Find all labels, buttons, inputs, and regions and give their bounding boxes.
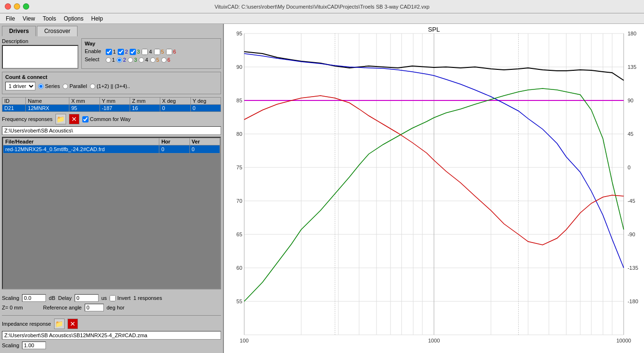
svg-text:100: 100: [240, 338, 249, 343]
series-radio[interactable]: [38, 84, 44, 89]
driver-row[interactable]: D21 12MNRX 95 -187 16 0 0: [2, 105, 221, 112]
impedance-label: Impedance response: [2, 321, 51, 327]
driver-x: 95: [69, 105, 100, 112]
title-bar: VituixCAD: C:\users\robert\My Documents\…: [0, 0, 644, 13]
col-xdeg: X deg: [160, 98, 190, 105]
way-num-3: 3: [137, 49, 140, 55]
file-ver: 0: [189, 145, 220, 154]
way-sel-num-2: 2: [123, 57, 126, 63]
way-enable-3: 3: [130, 49, 140, 55]
way-select-1: 1: [106, 57, 115, 63]
us-unit: us: [101, 295, 107, 301]
count-row: 1 driver Series Parallel (1+2) || (3+4).…: [5, 82, 218, 90]
imp-scaling-input[interactable]: [22, 342, 46, 349]
svg-text:85: 85: [236, 98, 242, 103]
freq-folder-button[interactable]: 📁: [56, 114, 66, 124]
select-radio-6[interactable]: [161, 57, 167, 63]
way-select-row: Select 1 2 3 4: [85, 56, 218, 63]
common-way-checkbox[interactable]: [82, 116, 89, 122]
impedance-row: Impedance response 📁 ✕: [2, 319, 221, 329]
enable-check-4[interactable]: [142, 49, 148, 55]
minimize-button[interactable]: [14, 3, 20, 10]
tab-drivers[interactable]: Drivers: [2, 26, 36, 36]
z-ref-row: Z= 0 mm Reference angle deg hor: [2, 304, 221, 311]
right-panel: SPL: [224, 24, 644, 353]
menu-tools[interactable]: Tools: [39, 14, 60, 23]
imp-delete-button[interactable]: ✕: [67, 319, 78, 329]
main-container: Drivers Crossover Description Way Enable…: [0, 24, 644, 353]
driver-z: 16: [130, 105, 160, 112]
way-select-6: 6: [161, 57, 170, 63]
freq-responses-label: Frequency responses: [2, 116, 53, 122]
way-sel-num-4: 4: [145, 57, 148, 63]
close-button[interactable]: [5, 3, 11, 10]
svg-text:45: 45: [628, 131, 633, 137]
parallel-radio[interactable]: [63, 84, 68, 89]
combo-radio[interactable]: [90, 84, 95, 89]
svg-text:0: 0: [628, 165, 631, 170]
freq-delete-button[interactable]: ✕: [69, 114, 79, 124]
enable-check-2[interactable]: [118, 49, 124, 55]
enable-check-5[interactable]: [154, 49, 160, 55]
combo-label: (1+2) || (3+4)..: [97, 83, 130, 89]
invert-checkbox[interactable]: [110, 295, 116, 301]
file-table-container: File/Header Hor Ver red-12MNRX25-4_0.5mt…: [2, 137, 221, 289]
svg-text:10000: 10000: [616, 338, 631, 343]
common-way-checkbox-label: Common for Way: [82, 116, 131, 122]
svg-text:135: 135: [628, 64, 637, 70]
col-z: Z mm: [130, 98, 160, 105]
way-sel-num-6: 6: [167, 57, 170, 63]
svg-text:180: 180: [628, 31, 637, 36]
svg-text:90: 90: [236, 64, 242, 70]
way-select-4: 4: [139, 57, 148, 63]
scaling-label: Scaling: [2, 295, 19, 301]
file-table: File/Header Hor Ver red-12MNRX25-4_0.5mt…: [3, 138, 220, 154]
combo-radio-label: (1+2) || (3+4)..: [90, 83, 130, 89]
way-num-1: 1: [113, 49, 116, 55]
way-num-4: 4: [149, 49, 152, 55]
menu-help[interactable]: Help: [88, 14, 107, 23]
ref-angle-input[interactable]: [85, 304, 104, 311]
select-radio-5[interactable]: [150, 57, 155, 63]
parallel-label: Parallel: [69, 83, 87, 89]
svg-text:-45: -45: [628, 198, 635, 204]
invert-label: Invert: [117, 295, 131, 301]
delay-input[interactable]: [75, 294, 99, 302]
way-num-5: 5: [161, 49, 164, 55]
series-label: Series: [45, 83, 60, 89]
count-connect-title: Count & connect: [5, 74, 218, 80]
responses-count: 1 responses: [133, 295, 162, 301]
file-row[interactable]: red-12MNRX25-4_0.5mtlfb_-24.2#CAD.frd 0 …: [3, 145, 220, 154]
col-x: X mm: [69, 98, 100, 105]
select-radio-1[interactable]: [106, 57, 111, 63]
driver-ydeg: 0: [190, 105, 221, 112]
maximize-button[interactable]: [23, 3, 29, 10]
select-radio-2[interactable]: [117, 57, 122, 63]
way-sel-num-1: 1: [112, 57, 115, 63]
imp-scaling-label: Scaling: [2, 342, 19, 348]
imp-path-box: Z:\Users\robert\SB Acoustics\SB12MNRX25-…: [2, 331, 221, 340]
enable-check-6[interactable]: [166, 49, 172, 55]
impedance-section: Impedance response 📁 ✕ Z:\Users\robert\S…: [2, 319, 221, 351]
select-radio-4[interactable]: [139, 57, 144, 63]
delay-label: Delay: [58, 295, 72, 301]
enable-check-1[interactable]: [106, 49, 112, 55]
select-radio-3[interactable]: [128, 57, 133, 63]
description-box[interactable]: [2, 45, 78, 69]
col-ver: Ver: [189, 138, 220, 145]
menu-view[interactable]: View: [19, 14, 39, 23]
window-title: VituixCAD: C:\users\robert\My Documents\…: [214, 4, 429, 10]
svg-text:1000: 1000: [428, 338, 440, 343]
way-sel-num-5: 5: [156, 57, 159, 63]
svg-text:65: 65: [236, 232, 242, 237]
tab-crossover[interactable]: Crossover: [37, 26, 78, 36]
menu-file[interactable]: File: [2, 14, 19, 23]
enable-check-3[interactable]: [130, 49, 136, 55]
menu-options[interactable]: Options: [60, 14, 87, 23]
way-enable-4: 4: [142, 49, 152, 55]
imp-folder-button[interactable]: 📁: [54, 319, 65, 329]
driver-count-select[interactable]: 1 driver: [5, 82, 35, 90]
svg-text:90: 90: [628, 98, 633, 103]
scaling-input[interactable]: [22, 294, 46, 302]
select-label: Select: [85, 56, 104, 62]
